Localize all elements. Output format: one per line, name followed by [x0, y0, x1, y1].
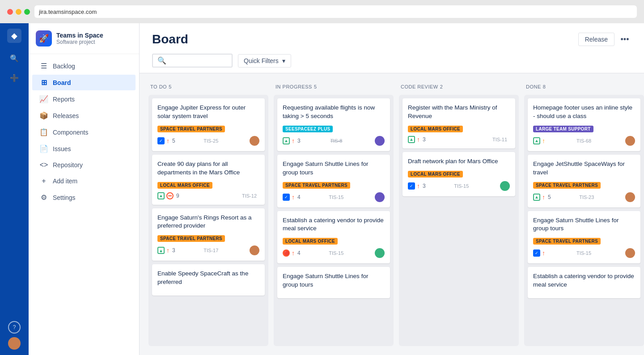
backlog-icon: ☰ — [39, 62, 48, 70]
board-icon: ⊞ — [39, 78, 48, 87]
ticket-id: TIS-15 — [329, 250, 343, 256]
priority-icon: ↑ — [166, 247, 169, 254]
card-footer: ✓↑TIS-15 — [533, 248, 635, 258]
card-footer: ✓↑4TIS-15 — [283, 192, 385, 202]
column-cards-inprogress: Requesting available flights is now taki… — [274, 95, 394, 346]
story-points: 9 — [176, 193, 179, 199]
card[interactable]: Requesting available flights is now taki… — [277, 98, 390, 151]
reports-icon: 📈 — [39, 95, 48, 103]
card[interactable]: Homepage footer uses an inline style - s… — [528, 98, 640, 151]
story-icon: ▲ — [533, 137, 540, 144]
search-input[interactable] — [169, 57, 223, 64]
app-container: ◆ 🔍 ➕ ? 🚀 Teams in Space Software projec… — [0, 23, 644, 355]
create-icon[interactable]: ➕ — [6, 70, 22, 86]
card[interactable]: Establish a catering vendor to provide m… — [277, 211, 390, 264]
priority-icon: ↑ — [542, 137, 545, 144]
column-header-inprogress: IN PROGRESS5 — [274, 82, 394, 91]
card-avatar — [625, 192, 635, 202]
card-tag: LOCAL MARS OFFICE — [408, 126, 463, 132]
card[interactable]: Engage Saturn Shuttle Lines for group to… — [277, 155, 390, 207]
priority-icon: ↑ — [417, 136, 420, 143]
story-points: 5 — [172, 138, 175, 144]
column-count: 2 — [440, 84, 443, 89]
column-label: CODE REVIEW — [401, 84, 438, 89]
card[interactable]: Engage Saturn Shuttle Lines for group to… — [528, 211, 640, 264]
quick-filters-button[interactable]: Quick Filters ▾ — [238, 54, 291, 68]
sidebar-item-reports[interactable]: 📈 Reports — [32, 91, 136, 107]
ticket-id: TIS-23 — [579, 194, 594, 200]
sidebar-item-add-item[interactable]: + Add item — [32, 173, 136, 189]
releases-label: Releases — [53, 112, 79, 119]
card-title: Engage Jupiter Express for outer solar s… — [157, 104, 259, 121]
check-icon: ✓ — [157, 137, 165, 144]
close-button[interactable] — [7, 9, 13, 15]
ticket-id: TIS-15 — [454, 183, 469, 189]
card-footer: ▲↑3TIS-17 — [157, 245, 259, 255]
sidebar-item-components[interactable]: 📋 Components — [32, 124, 136, 140]
backlog-label: Backlog — [53, 63, 75, 70]
project-header: 🚀 Teams in Space Software project — [29, 30, 139, 54]
maximize-button[interactable] — [24, 9, 30, 15]
story-points: 3 — [172, 247, 175, 254]
card[interactable]: Engage Saturn Shuttle Lines for group to… — [277, 267, 390, 298]
card-avatar — [250, 136, 259, 146]
card[interactable]: Draft network plan for Mars Office LOCAL… — [402, 152, 515, 196]
column-cards-codereview: Register with the Mars Ministry of Reven… — [399, 95, 519, 346]
address-bar[interactable]: jira.teamsinspace.com — [34, 5, 637, 18]
card-title: Draft network plan for Mars Office — [408, 157, 510, 166]
minimize-button[interactable] — [16, 9, 21, 15]
story-icon: ▲ — [157, 247, 165, 254]
priority-icon: ↑ — [292, 137, 295, 144]
page-header: Board Release ••• 🔍 Quick Filters ▾ — [140, 23, 644, 73]
card-tag: LOCAL MARS OFFICE — [283, 238, 338, 245]
story-icon: ▲ — [408, 136, 415, 143]
column-count: 8 — [543, 84, 546, 89]
card-footer: ▲9TIS-12 — [157, 192, 259, 199]
priority-icon: ↑ — [292, 194, 295, 201]
ticket-id: TIS-11 — [492, 137, 507, 142]
card-title: Engage Saturn Shuttle Lines for group to… — [283, 272, 385, 289]
column-count: 5 — [169, 84, 172, 89]
card[interactable]: Engage JetShuttle SpaceWays for travel S… — [528, 155, 640, 207]
sidebar-item-settings[interactable]: ⚙ Settings — [32, 190, 136, 205]
card-tag: SPACE TRAVEL PARTNERS — [157, 235, 225, 242]
column-count: 5 — [314, 84, 317, 89]
user-avatar[interactable] — [8, 337, 21, 350]
card-footer: ▲↑5TIS-23 — [533, 192, 635, 202]
ticket-id: TIS-15 — [329, 194, 343, 200]
column-cards-done: Homepage footer uses an inline style - s… — [524, 95, 644, 346]
sidebar-item-board[interactable]: ⊞ Board — [32, 75, 136, 90]
check-icon: ✓ — [533, 249, 540, 257]
card[interactable]: Engage Jupiter Express for outer solar s… — [152, 98, 265, 151]
more-options-button[interactable]: ••• — [618, 33, 631, 46]
sidebar-item-releases[interactable]: 📦 Releases — [32, 108, 136, 123]
card-avatar — [625, 136, 635, 146]
components-icon: 📋 — [39, 128, 48, 136]
jira-logo[interactable]: ◆ — [7, 29, 21, 43]
help-icon[interactable]: ? — [8, 321, 21, 334]
ticket-id: TIS-8 — [330, 138, 342, 144]
card-tag: LOCAL MARS OFFICE — [408, 171, 463, 178]
releases-icon: 📦 — [39, 111, 48, 120]
sidebar-item-issues[interactable]: 📄 Issues — [32, 141, 136, 156]
sidebar-item-repository[interactable]: <> Repository — [32, 157, 136, 173]
card[interactable]: Enable Speedy SpaceCraft as the preferre… — [152, 264, 265, 296]
card-tag: SPACE TRAVEL PARTNERS — [157, 126, 225, 132]
search-box[interactable]: 🔍 — [152, 54, 233, 68]
card-title: Engage Saturn Shuttle Lines for group to… — [533, 216, 635, 233]
release-button[interactable]: Release — [578, 33, 614, 46]
sidebar-item-backlog[interactable]: ☰ Backlog — [32, 58, 136, 74]
card[interactable]: Create 90 day plans for all departments … — [152, 155, 265, 205]
card[interactable]: Register with the Mars Ministry of Reven… — [402, 98, 515, 148]
card-tag: SPACE TRAVEL PARTNERS — [283, 182, 350, 189]
card-tag: SPACE TRAVEL PARTNERS — [533, 182, 601, 189]
card-tag: LOCAL MARS OFFICE — [157, 182, 212, 189]
card-avatar — [625, 248, 635, 258]
bug-icon: 🔴 — [283, 249, 290, 257]
search-global-icon[interactable]: 🔍 — [6, 50, 22, 66]
card[interactable]: Engage Saturn's Rings Resort as a prefer… — [152, 208, 265, 261]
card-tag: SEESPACEEZ PLUS — [283, 126, 333, 132]
card[interactable]: Establish a catering vendor to provide m… — [528, 267, 640, 298]
priority-icon: ↑ — [292, 249, 295, 257]
story-icon: ▲ — [283, 137, 290, 144]
